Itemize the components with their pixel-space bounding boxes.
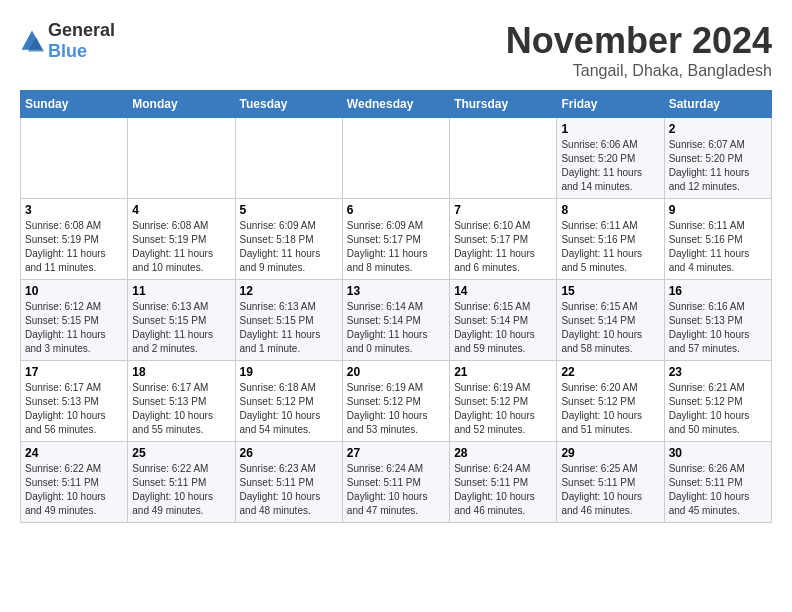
day-number: 16 [669, 284, 767, 298]
day-number: 18 [132, 365, 230, 379]
header-friday: Friday [557, 91, 664, 118]
calendar-cell: 22Sunrise: 6:20 AM Sunset: 5:12 PM Dayli… [557, 361, 664, 442]
calendar-week-2: 10Sunrise: 6:12 AM Sunset: 5:15 PM Dayli… [21, 280, 772, 361]
calendar-cell: 18Sunrise: 6:17 AM Sunset: 5:13 PM Dayli… [128, 361, 235, 442]
calendar-cell: 11Sunrise: 6:13 AM Sunset: 5:15 PM Dayli… [128, 280, 235, 361]
day-number: 4 [132, 203, 230, 217]
day-info: Sunrise: 6:12 AM Sunset: 5:15 PM Dayligh… [25, 300, 123, 356]
calendar-week-4: 24Sunrise: 6:22 AM Sunset: 5:11 PM Dayli… [21, 442, 772, 523]
day-number: 1 [561, 122, 659, 136]
day-number: 11 [132, 284, 230, 298]
weekday-header-row: Sunday Monday Tuesday Wednesday Thursday… [21, 91, 772, 118]
logo-blue: Blue [48, 41, 87, 61]
calendar-cell: 15Sunrise: 6:15 AM Sunset: 5:14 PM Dayli… [557, 280, 664, 361]
day-number: 7 [454, 203, 552, 217]
day-number: 19 [240, 365, 338, 379]
calendar-cell: 13Sunrise: 6:14 AM Sunset: 5:14 PM Dayli… [342, 280, 449, 361]
logo-general: General [48, 20, 115, 40]
day-info: Sunrise: 6:22 AM Sunset: 5:11 PM Dayligh… [132, 462, 230, 518]
day-info: Sunrise: 6:22 AM Sunset: 5:11 PM Dayligh… [25, 462, 123, 518]
day-number: 27 [347, 446, 445, 460]
calendar-cell: 6Sunrise: 6:09 AM Sunset: 5:17 PM Daylig… [342, 199, 449, 280]
day-number: 23 [669, 365, 767, 379]
calendar-week-0: 1Sunrise: 6:06 AM Sunset: 5:20 PM Daylig… [21, 118, 772, 199]
month-title: November 2024 [506, 20, 772, 62]
day-info: Sunrise: 6:17 AM Sunset: 5:13 PM Dayligh… [25, 381, 123, 437]
day-number: 26 [240, 446, 338, 460]
header-monday: Monday [128, 91, 235, 118]
day-number: 9 [669, 203, 767, 217]
logo-icon [20, 29, 44, 53]
header-thursday: Thursday [450, 91, 557, 118]
calendar-week-3: 17Sunrise: 6:17 AM Sunset: 5:13 PM Dayli… [21, 361, 772, 442]
calendar-cell: 23Sunrise: 6:21 AM Sunset: 5:12 PM Dayli… [664, 361, 771, 442]
day-number: 20 [347, 365, 445, 379]
calendar-cell: 10Sunrise: 6:12 AM Sunset: 5:15 PM Dayli… [21, 280, 128, 361]
day-number: 5 [240, 203, 338, 217]
day-info: Sunrise: 6:18 AM Sunset: 5:12 PM Dayligh… [240, 381, 338, 437]
calendar-cell: 12Sunrise: 6:13 AM Sunset: 5:15 PM Dayli… [235, 280, 342, 361]
title-area: November 2024 Tangail, Dhaka, Bangladesh [506, 20, 772, 80]
calendar-week-1: 3Sunrise: 6:08 AM Sunset: 5:19 PM Daylig… [21, 199, 772, 280]
day-number: 10 [25, 284, 123, 298]
day-number: 30 [669, 446, 767, 460]
day-info: Sunrise: 6:11 AM Sunset: 5:16 PM Dayligh… [669, 219, 767, 275]
day-info: Sunrise: 6:17 AM Sunset: 5:13 PM Dayligh… [132, 381, 230, 437]
header-wednesday: Wednesday [342, 91, 449, 118]
day-info: Sunrise: 6:24 AM Sunset: 5:11 PM Dayligh… [347, 462, 445, 518]
calendar-cell: 26Sunrise: 6:23 AM Sunset: 5:11 PM Dayli… [235, 442, 342, 523]
calendar-cell: 28Sunrise: 6:24 AM Sunset: 5:11 PM Dayli… [450, 442, 557, 523]
day-info: Sunrise: 6:24 AM Sunset: 5:11 PM Dayligh… [454, 462, 552, 518]
header-tuesday: Tuesday [235, 91, 342, 118]
calendar-cell: 8Sunrise: 6:11 AM Sunset: 5:16 PM Daylig… [557, 199, 664, 280]
day-info: Sunrise: 6:23 AM Sunset: 5:11 PM Dayligh… [240, 462, 338, 518]
day-info: Sunrise: 6:19 AM Sunset: 5:12 PM Dayligh… [347, 381, 445, 437]
day-number: 24 [25, 446, 123, 460]
day-number: 15 [561, 284, 659, 298]
calendar-table: Sunday Monday Tuesday Wednesday Thursday… [20, 90, 772, 523]
day-info: Sunrise: 6:08 AM Sunset: 5:19 PM Dayligh… [132, 219, 230, 275]
logo: General Blue [20, 20, 115, 62]
day-number: 28 [454, 446, 552, 460]
day-info: Sunrise: 6:25 AM Sunset: 5:11 PM Dayligh… [561, 462, 659, 518]
header-sunday: Sunday [21, 91, 128, 118]
day-info: Sunrise: 6:16 AM Sunset: 5:13 PM Dayligh… [669, 300, 767, 356]
day-number: 12 [240, 284, 338, 298]
calendar-cell: 16Sunrise: 6:16 AM Sunset: 5:13 PM Dayli… [664, 280, 771, 361]
day-info: Sunrise: 6:11 AM Sunset: 5:16 PM Dayligh… [561, 219, 659, 275]
day-info: Sunrise: 6:15 AM Sunset: 5:14 PM Dayligh… [561, 300, 659, 356]
day-number: 25 [132, 446, 230, 460]
day-info: Sunrise: 6:09 AM Sunset: 5:18 PM Dayligh… [240, 219, 338, 275]
day-number: 14 [454, 284, 552, 298]
header: General Blue November 2024 Tangail, Dhak… [20, 20, 772, 80]
calendar-cell [128, 118, 235, 199]
day-number: 29 [561, 446, 659, 460]
calendar-cell [450, 118, 557, 199]
day-number: 3 [25, 203, 123, 217]
day-number: 8 [561, 203, 659, 217]
calendar-cell: 17Sunrise: 6:17 AM Sunset: 5:13 PM Dayli… [21, 361, 128, 442]
day-info: Sunrise: 6:21 AM Sunset: 5:12 PM Dayligh… [669, 381, 767, 437]
location-title: Tangail, Dhaka, Bangladesh [506, 62, 772, 80]
calendar-cell: 5Sunrise: 6:09 AM Sunset: 5:18 PM Daylig… [235, 199, 342, 280]
calendar-cell: 7Sunrise: 6:10 AM Sunset: 5:17 PM Daylig… [450, 199, 557, 280]
day-number: 2 [669, 122, 767, 136]
day-info: Sunrise: 6:13 AM Sunset: 5:15 PM Dayligh… [132, 300, 230, 356]
day-number: 13 [347, 284, 445, 298]
calendar-cell: 4Sunrise: 6:08 AM Sunset: 5:19 PM Daylig… [128, 199, 235, 280]
calendar-cell: 27Sunrise: 6:24 AM Sunset: 5:11 PM Dayli… [342, 442, 449, 523]
day-number: 17 [25, 365, 123, 379]
day-number: 21 [454, 365, 552, 379]
day-info: Sunrise: 6:10 AM Sunset: 5:17 PM Dayligh… [454, 219, 552, 275]
calendar-cell: 19Sunrise: 6:18 AM Sunset: 5:12 PM Dayli… [235, 361, 342, 442]
day-info: Sunrise: 6:20 AM Sunset: 5:12 PM Dayligh… [561, 381, 659, 437]
calendar-cell: 2Sunrise: 6:07 AM Sunset: 5:20 PM Daylig… [664, 118, 771, 199]
day-number: 6 [347, 203, 445, 217]
day-number: 22 [561, 365, 659, 379]
header-saturday: Saturday [664, 91, 771, 118]
day-info: Sunrise: 6:19 AM Sunset: 5:12 PM Dayligh… [454, 381, 552, 437]
day-info: Sunrise: 6:15 AM Sunset: 5:14 PM Dayligh… [454, 300, 552, 356]
day-info: Sunrise: 6:08 AM Sunset: 5:19 PM Dayligh… [25, 219, 123, 275]
day-info: Sunrise: 6:13 AM Sunset: 5:15 PM Dayligh… [240, 300, 338, 356]
calendar-cell: 25Sunrise: 6:22 AM Sunset: 5:11 PM Dayli… [128, 442, 235, 523]
